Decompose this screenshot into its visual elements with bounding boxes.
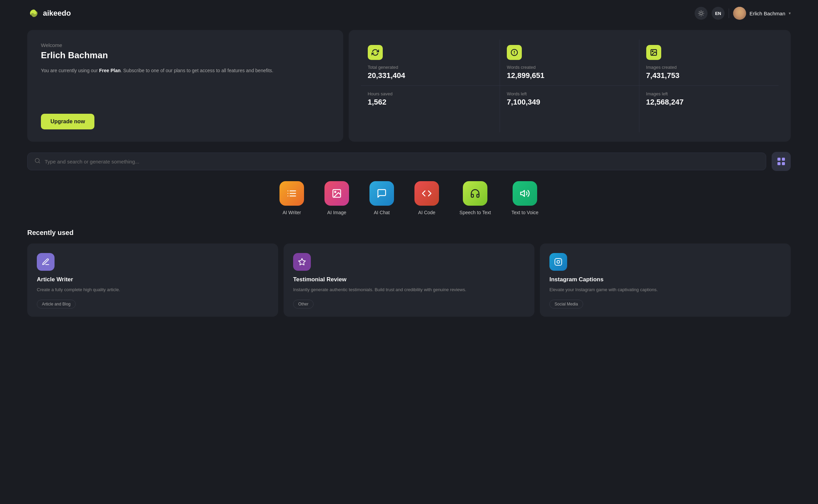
svg-point-1 <box>700 12 702 15</box>
user-profile[interactable]: Erlich Bachman ▾ <box>733 7 791 20</box>
images-created-icon <box>646 45 661 60</box>
recently-used-section: Recently used Article Writer Create a fu… <box>27 229 791 317</box>
header-right: EN Erlich Bachman ▾ <box>695 7 791 20</box>
welcome-label: Welcome <box>41 42 330 48</box>
voice-icon <box>513 181 537 206</box>
svg-line-9 <box>703 11 703 12</box>
tool-writer[interactable]: AI Writer <box>279 181 304 215</box>
stat-total-generated: Total generated 20,331,404 <box>361 40 500 86</box>
speech-icon <box>463 181 487 206</box>
article-writer-title: Article Writer <box>37 276 269 283</box>
instagram-icon <box>549 253 567 271</box>
svg-line-16 <box>39 162 40 163</box>
upgrade-button[interactable]: Upgrade now <box>41 114 94 129</box>
speech-label: Speech to Text <box>459 210 491 215</box>
header-divider <box>729 9 729 18</box>
images-left-value: 12,568,247 <box>646 98 772 107</box>
welcome-desc-bold: Free Plan <box>99 68 121 73</box>
image-icon <box>324 181 349 206</box>
testimonial-desc: Instantly generate authentic testimonial… <box>293 286 525 294</box>
chat-icon <box>369 181 394 206</box>
svg-line-5 <box>703 15 703 15</box>
code-label: AI Code <box>418 210 436 215</box>
total-generated-label: Total generated <box>368 65 493 70</box>
feature-cards-grid: Article Writer Create a fully complete h… <box>27 243 791 317</box>
tool-speech[interactable]: Speech to Text <box>459 181 491 215</box>
total-generated-icon <box>368 45 383 60</box>
logo[interactable]: aikeedo <box>27 7 71 20</box>
svg-point-28 <box>335 191 336 193</box>
tool-chat[interactable]: AI Chat <box>369 181 394 215</box>
tools-section: AI Writer AI Image AI Chat <box>27 181 791 215</box>
instagram-title: Instagram Captions <box>549 276 781 283</box>
words-created-icon <box>507 45 522 60</box>
hours-saved-value: 1,562 <box>368 98 493 107</box>
sun-icon <box>698 10 704 16</box>
logo-text: aikeedo <box>43 9 71 18</box>
svg-rect-19 <box>777 162 781 165</box>
avatar-image <box>733 7 746 20</box>
svg-line-8 <box>699 15 699 15</box>
instagram-desc: Elevate your Instagram game with captiva… <box>549 286 781 294</box>
article-writer-desc: Create a fully complete high quality art… <box>37 286 269 294</box>
feature-card-testimonial[interactable]: Testimonial Review Instantly generate au… <box>284 243 534 317</box>
hours-saved-label: Hours saved <box>368 91 493 96</box>
stats-section: Welcome Erlich Bachman You are currently… <box>27 30 791 142</box>
tool-code[interactable]: AI Code <box>414 181 439 215</box>
words-created-value: 12,899,651 <box>507 71 632 80</box>
user-name: Erlich Bachman <box>749 11 785 16</box>
avatar <box>733 7 746 20</box>
main-content: Welcome Erlich Bachman You are currently… <box>0 27 818 330</box>
images-created-value: 7,431,753 <box>646 71 772 80</box>
words-created-label: Words created <box>507 65 632 70</box>
chat-label: AI Chat <box>374 210 390 215</box>
code-icon <box>414 181 439 206</box>
feature-card-instagram[interactable]: Instagram Captions Elevate your Instagra… <box>540 243 791 317</box>
chevron-down-icon: ▾ <box>789 11 791 16</box>
logo-icon <box>27 7 40 20</box>
writer-icon <box>279 181 304 206</box>
language-button[interactable]: EN <box>712 7 725 20</box>
svg-point-14 <box>652 51 653 52</box>
search-bar <box>27 153 766 170</box>
total-generated-value: 20,331,404 <box>368 71 493 80</box>
article-writer-tag: Article and Blog <box>37 300 76 309</box>
words-left-value: 7,100,349 <box>507 98 632 107</box>
recently-used-title: Recently used <box>27 229 791 237</box>
testimonial-tag: Other <box>293 300 314 309</box>
voice-label: Text to Voice <box>511 210 538 215</box>
article-writer-icon <box>37 253 55 271</box>
tool-voice[interactable]: Text to Voice <box>511 181 538 215</box>
stat-images-left: Images left 12,568,247 <box>639 86 778 132</box>
testimonial-title: Testimonial Review <box>293 276 525 283</box>
words-left-label: Words left <box>507 91 632 96</box>
grid-view-button[interactable] <box>772 152 791 171</box>
search-section <box>27 152 791 171</box>
image-label: AI Image <box>327 210 346 215</box>
search-icon <box>34 158 41 165</box>
welcome-card: Welcome Erlich Bachman You are currently… <box>27 30 343 142</box>
images-created-label: Images created <box>646 65 772 70</box>
svg-marker-30 <box>299 258 305 265</box>
welcome-name: Erlich Bachman <box>41 50 330 61</box>
theme-toggle-button[interactable] <box>695 7 708 20</box>
testimonial-icon <box>293 253 311 271</box>
instagram-tag: Social Media <box>549 300 583 309</box>
grid-icon <box>776 157 786 166</box>
svg-rect-17 <box>777 158 781 161</box>
stats-card: Total generated 20,331,404 Words created… <box>349 30 791 142</box>
welcome-desc: You are currently using our Free Plan. S… <box>41 67 330 74</box>
svg-rect-18 <box>782 158 785 161</box>
svg-line-4 <box>699 11 699 12</box>
writer-label: AI Writer <box>283 210 301 215</box>
stat-images-created: Images created 7,431,753 <box>639 40 778 86</box>
svg-rect-20 <box>782 162 785 165</box>
header: aikeedo EN Erlich Bachman ▾ <box>0 0 818 27</box>
tool-image[interactable]: AI Image <box>324 181 349 215</box>
search-input[interactable] <box>45 159 759 164</box>
images-left-label: Images left <box>646 91 772 96</box>
stat-hours-saved: Hours saved 1,562 <box>361 86 500 132</box>
stat-words-left: Words left 7,100,349 <box>500 86 639 132</box>
stat-words-created: Words created 12,899,651 <box>500 40 639 86</box>
feature-card-article-writer[interactable]: Article Writer Create a fully complete h… <box>27 243 278 317</box>
